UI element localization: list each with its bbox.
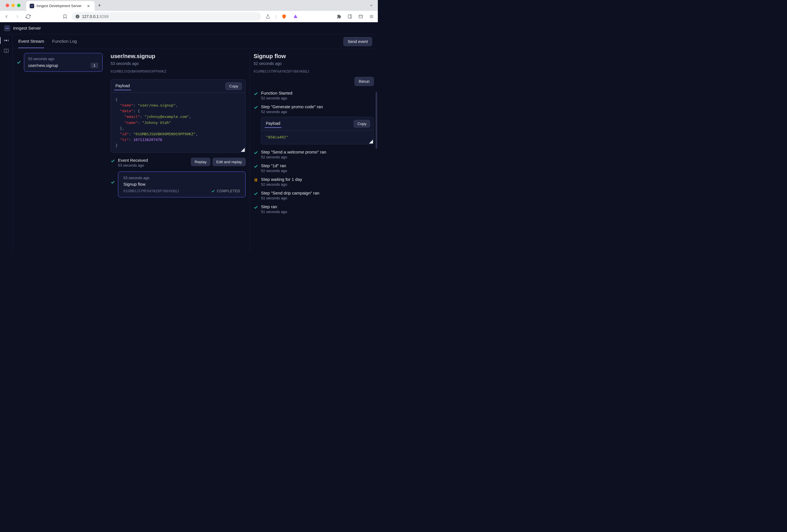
step-item: Step "Generate promo code" ran 52 second… bbox=[254, 104, 374, 145]
flow-id: 01GMBSJSTMF6AYNZ8FYB6VKBQJ bbox=[123, 189, 179, 193]
payload-panel: Payload Copy { "name": "user/new.signup"… bbox=[110, 79, 246, 153]
replay-button[interactable]: Replay bbox=[191, 158, 210, 166]
tab-function-log[interactable]: Function Log bbox=[52, 35, 77, 48]
extensions-icon[interactable] bbox=[336, 13, 342, 20]
site-info-icon[interactable] bbox=[75, 14, 80, 19]
run-id: 01GMBSJSTMF6AYNZ8FYB6VKBQJ bbox=[254, 69, 374, 73]
svg-rect-6 bbox=[359, 15, 362, 18]
copy-button[interactable]: Copy bbox=[226, 82, 242, 90]
event-received-item: Event Received 53 seconds ago Replay Edi… bbox=[110, 158, 246, 168]
event-detail-column: user/new.signup 53 seconds ago 01GMBSJSQ… bbox=[107, 49, 250, 255]
flow-run-card[interactable]: 53 seconds ago Signup flow 01GMBSJSTMF6A… bbox=[118, 172, 246, 197]
step-title: Step "Generate promo code" ran bbox=[261, 104, 374, 109]
close-window[interactable] bbox=[6, 4, 9, 7]
app-header: ••• Inngest Server bbox=[0, 22, 378, 34]
step-title: Step ran bbox=[261, 204, 374, 209]
reading-list-icon[interactable] bbox=[357, 13, 364, 20]
step-payload-panel: Payload Copy "858ca492" bbox=[261, 117, 374, 145]
flow-name: Signup flow bbox=[123, 182, 240, 186]
run-title: Signup flow bbox=[254, 53, 374, 60]
copy-button[interactable]: Copy bbox=[354, 120, 370, 128]
step-ts: 52 seconds ago bbox=[261, 155, 374, 159]
step-ts: 52 seconds ago bbox=[261, 110, 374, 114]
svg-rect-13 bbox=[255, 179, 256, 182]
payload-tab[interactable]: Payload bbox=[114, 82, 131, 90]
tab-dropdown-icon[interactable] bbox=[365, 3, 378, 7]
step-title: Step "Send drip campaign" ran bbox=[261, 191, 374, 195]
bookmark-button[interactable] bbox=[62, 13, 68, 20]
step-item: Step "Send drip campaign" ran 51 seconds… bbox=[254, 191, 374, 200]
share-icon[interactable] bbox=[264, 13, 271, 20]
step-title: Step "1d" ran bbox=[261, 163, 374, 168]
three-column-layout: 53 seconds ago user/new.signup 1 user/ne… bbox=[13, 49, 378, 255]
step-ts: 51 seconds ago bbox=[261, 209, 374, 214]
step-title: Step "Send a welcome promo" ran bbox=[261, 150, 374, 154]
sidebar-icon[interactable] bbox=[346, 13, 353, 20]
rerun-button[interactable]: Rerun bbox=[355, 77, 374, 86]
app-logo-icon: ••• bbox=[4, 25, 10, 31]
event-timestamp: 53 seconds ago bbox=[28, 57, 98, 61]
app-root: ••• Inngest Server Event Stream Function… bbox=[0, 22, 378, 255]
main-area: Event Stream Function Log Send event 53 … bbox=[13, 34, 378, 255]
step-title: Step waiting for 1 day bbox=[261, 177, 374, 182]
detail-timestamp: 53 seconds ago bbox=[110, 61, 246, 66]
tab-favicon-icon: ••• bbox=[30, 4, 34, 8]
event-list-column: 53 seconds ago user/new.signup 1 bbox=[13, 49, 107, 255]
event-list-item[interactable]: 53 seconds ago user/new.signup 1 bbox=[17, 53, 103, 72]
send-event-button[interactable]: Send event bbox=[343, 37, 372, 46]
step-item: Step ran 51 seconds ago bbox=[254, 204, 374, 214]
payload-json[interactable]: { "name": "user/new.signup", "data": { "… bbox=[111, 93, 245, 152]
rail-stream-icon[interactable] bbox=[3, 38, 9, 43]
svg-rect-4 bbox=[348, 15, 352, 18]
icon-rail bbox=[0, 34, 13, 255]
menu-icon[interactable] bbox=[368, 13, 375, 20]
back-button[interactable] bbox=[3, 13, 10, 20]
url-port: :8288 bbox=[99, 14, 109, 19]
step-payload-json[interactable]: "858ca492" bbox=[261, 130, 374, 144]
browser-tab[interactable]: ••• Inngest Development Server ✕ bbox=[26, 1, 94, 11]
step-item: Function Started 52 seconds ago bbox=[254, 91, 374, 100]
edit-replay-button[interactable]: Edit and replay bbox=[213, 158, 246, 166]
forward-button[interactable] bbox=[14, 13, 21, 20]
payload-tab[interactable]: Payload bbox=[265, 119, 281, 128]
scrollbar[interactable] bbox=[376, 92, 377, 149]
check-icon bbox=[254, 204, 258, 214]
check-icon bbox=[254, 191, 258, 200]
reload-button[interactable] bbox=[24, 13, 32, 20]
view-tabs: Event Stream Function Log bbox=[18, 35, 77, 48]
pause-icon bbox=[254, 177, 258, 186]
close-tab-icon[interactable]: ✕ bbox=[86, 4, 91, 8]
resize-handle-icon[interactable] bbox=[369, 139, 373, 143]
new-tab-button[interactable]: + bbox=[94, 3, 105, 8]
event-count-badge: 1 bbox=[91, 63, 98, 68]
step-timeline: Function Started 52 seconds ago Step "Ge… bbox=[254, 91, 374, 214]
resize-handle-icon[interactable] bbox=[241, 148, 245, 152]
tab-event-stream[interactable]: Event Stream bbox=[18, 35, 44, 48]
rail-docs-icon[interactable] bbox=[4, 48, 9, 53]
url-host: 127.0.0.1 bbox=[82, 14, 99, 19]
step-item: Step "Send a welcome promo" ran 52 secon… bbox=[254, 150, 374, 159]
minimize-window[interactable] bbox=[12, 4, 15, 7]
url-field[interactable]: 127.0.0.1:8288 bbox=[72, 12, 261, 21]
check-icon bbox=[254, 150, 258, 159]
svg-rect-14 bbox=[256, 179, 257, 182]
detail-title: user/new.signup bbox=[110, 53, 246, 60]
step-ts: 51 seconds ago bbox=[261, 196, 374, 200]
check-icon bbox=[211, 189, 215, 193]
event-received-title: Event Received bbox=[118, 158, 148, 163]
maximize-window[interactable] bbox=[17, 4, 21, 7]
brave-shields-icon[interactable] bbox=[280, 13, 288, 20]
tab-bar: ••• Inngest Development Server ✕ + bbox=[0, 0, 378, 11]
brave-wallet-icon[interactable] bbox=[292, 13, 299, 20]
event-name: user/new.signup bbox=[28, 63, 58, 68]
flow-timestamp: 53 seconds ago bbox=[123, 176, 240, 180]
check-icon bbox=[110, 172, 115, 184]
event-received-ts: 53 seconds ago bbox=[118, 163, 148, 168]
payload-panel-header: Payload Copy bbox=[111, 80, 245, 93]
svg-point-12 bbox=[6, 40, 6, 41]
step-ts: 52 seconds ago bbox=[261, 169, 374, 173]
flow-status: COMPLETED bbox=[211, 189, 240, 193]
app-title: Inngest Server bbox=[13, 26, 41, 30]
check-icon bbox=[17, 60, 21, 65]
check-icon bbox=[254, 163, 258, 173]
